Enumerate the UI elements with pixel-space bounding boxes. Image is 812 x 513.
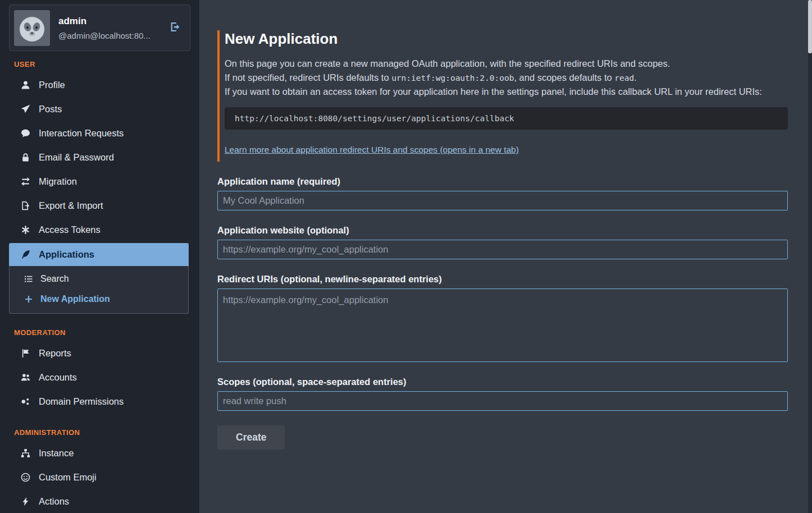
user-handle: @admin@localhost:80... (58, 31, 161, 40)
sidebar-item-access-tokens[interactable]: Access Tokens (0, 218, 199, 242)
sidebar-item-label: Instance (39, 447, 74, 459)
sidebar-item-label: Custom Emoji (39, 471, 97, 483)
bolt-icon (20, 497, 30, 506)
sidebar-item-custom-emoji[interactable]: Custom Emoji (0, 465, 199, 489)
application-website-label: Application website (optional) (217, 225, 788, 236)
sidebar-item-label: Actions (39, 496, 69, 507)
callback-url-codeblock: http://localhost:8080/settings/user/appl… (225, 107, 788, 130)
sidebar-item-profile[interactable]: Profile (0, 73, 199, 97)
read-code: read (614, 74, 634, 83)
application-name-label: Application name (required) (217, 176, 788, 187)
exchange-arrows-icon (20, 177, 30, 186)
scopes-label: Scopes (optional, space-separated entrie… (217, 377, 788, 387)
sidebar-item-accounts[interactable]: Accounts (0, 365, 199, 390)
settings-app: admin @admin@localhost:80... USER Profil… (0, 0, 812, 513)
smiley-icon (20, 473, 30, 482)
sidebar-item-label: Domain Permissions (39, 396, 124, 407)
scrollbar-track[interactable] (808, 0, 812, 513)
application-name-field: Application name (required) (217, 176, 788, 210)
learn-more-link[interactable]: Learn more about application redirect UR… (225, 145, 519, 154)
intro-line-3: If you want to obtain an access token fo… (225, 85, 788, 99)
sidebar-item-export-import[interactable]: Export & Import (0, 194, 199, 218)
application-website-field: Application website (optional) (217, 225, 788, 259)
sidebar-item-migration[interactable]: Migration (0, 170, 199, 194)
sidebar-item-instance[interactable]: Instance (0, 441, 199, 465)
paper-plane-icon (20, 104, 30, 114)
user-icon (20, 80, 30, 90)
sidebar-item-actions[interactable]: Actions (0, 489, 199, 513)
oob-code: urn:ietf:wg:oauth:2.0:oob (391, 74, 514, 83)
sidebar-item-label: Reports (39, 347, 71, 359)
intro-line-2: If not specified, redirect URIs defaults… (225, 71, 788, 85)
sidebar-item-label: Applications (39, 249, 94, 260)
avatar (14, 10, 50, 46)
sidebar-item-label: Profile (39, 79, 65, 91)
sidebar-item-label: Migration (39, 176, 77, 187)
sidebar-item-applications[interactable]: Applications (9, 243, 189, 266)
redirect-uris-textarea[interactable] (217, 288, 788, 362)
sidebar-subitem-label: Search (40, 274, 69, 284)
create-button[interactable]: Create (217, 425, 285, 450)
file-export-icon (20, 201, 30, 210)
application-name-input[interactable] (217, 191, 788, 210)
sidebar-item-label: Accounts (39, 372, 77, 383)
sidebar-item-label: Posts (39, 103, 62, 115)
applications-submenu: Search New Application (9, 266, 189, 314)
section-header-moderation: MODERATION (14, 328, 199, 337)
sidebar-item-label: Export & Import (39, 200, 103, 212)
scrollbar-thumb[interactable] (808, 0, 812, 53)
sidebar-item-posts[interactable]: Posts (0, 97, 199, 121)
sidebar: admin @admin@localhost:80... USER Profil… (0, 0, 199, 513)
sign-out-icon[interactable] (170, 21, 181, 35)
application-website-input[interactable] (217, 240, 788, 259)
plus-icon (24, 295, 33, 304)
lock-icon (20, 153, 30, 162)
sidebar-item-email-password[interactable]: Email & Password (0, 145, 199, 170)
user-info: admin @admin@localhost:80... (58, 16, 161, 40)
intro-line-1: On this page you can create a new manage… (225, 57, 788, 71)
scopes-input[interactable] (217, 391, 788, 411)
users-icon (20, 373, 30, 382)
sidebar-item-interaction-requests[interactable]: Interaction Requests (0, 121, 199, 145)
section-header-administration: ADMINISTRATION (14, 428, 199, 437)
sidebar-item-label: Email & Password (39, 152, 114, 163)
certificate-icon (20, 225, 30, 235)
username: admin (58, 16, 161, 27)
comment-icon (20, 129, 30, 138)
scopes-field: Scopes (optional, space-separated entrie… (217, 377, 788, 411)
user-card[interactable]: admin @admin@localhost:80... (9, 4, 190, 51)
new-application-intro: New Application On this page you can cre… (217, 30, 788, 162)
main-content: New Application On this page you can cre… (199, 0, 812, 513)
sidebar-subitem-new-application[interactable]: New Application (10, 289, 188, 309)
sidebar-item-domain-permissions[interactable]: Domain Permissions (0, 390, 199, 414)
sidebar-subitem-search[interactable]: Search (10, 269, 188, 289)
sidebar-item-label: Interaction Requests (39, 127, 124, 139)
sitemap-icon (20, 448, 30, 458)
sidebar-item-reports[interactable]: Reports (0, 341, 199, 365)
page-title: New Application (225, 30, 788, 48)
redirect-uris-label: Redirect URIs (optional, newline-separat… (217, 274, 788, 285)
section-header-user: USER (14, 60, 199, 68)
sidebar-item-label: Access Tokens (39, 224, 101, 236)
flag-icon (20, 349, 30, 358)
domain-permissions-icon (20, 397, 30, 406)
list-icon (24, 274, 33, 284)
sidebar-subitem-label: New Application (40, 294, 110, 304)
redirect-uris-field: Redirect URIs (optional, newline-separat… (217, 274, 788, 362)
feather-icon (20, 250, 30, 259)
applications-group: Applications Search New Application (9, 243, 189, 314)
